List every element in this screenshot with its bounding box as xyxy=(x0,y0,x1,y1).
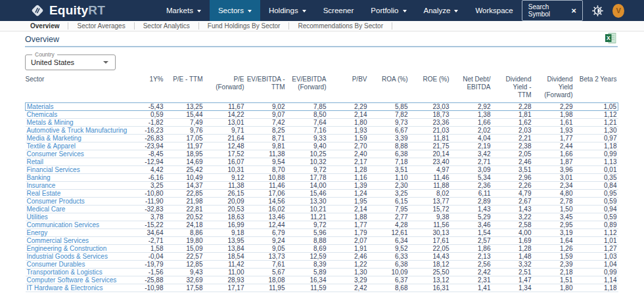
sector-link[interactable]: Engineering & Construction xyxy=(27,245,107,252)
column-header-roe[interactable]: ROE (%) xyxy=(409,76,451,103)
table-row[interactable]: Chemicals0,5915,4414,229,078,502,147,821… xyxy=(26,111,618,119)
table-row[interactable]: Commercial Services-2,7119,8013,959,248,… xyxy=(26,237,618,245)
value-cell: 2,26 xyxy=(492,182,533,190)
table-row[interactable]: Medical Care-32,8322,8120,5316,0210,212,… xyxy=(26,206,618,213)
table-row[interactable]: Banking-6,1610,499,1210,8817,781,161,101… xyxy=(26,174,618,182)
sector-cell: Textile & Apparel xyxy=(26,142,137,150)
table-row[interactable]: Engineering & Construction1,5815,0913,84… xyxy=(26,245,618,253)
value-cell: 3,51 xyxy=(369,166,409,174)
country-select[interactable]: Country United States xyxy=(25,51,116,70)
table-row[interactable]: Retail-12,9414,6916,079,5410,322,177,182… xyxy=(26,158,618,166)
sector-overview-table: Sector1Y%P/E - TTMP/E (Forward)EV/EBITDA… xyxy=(25,76,618,292)
sector-link[interactable]: Textile & Apparel xyxy=(27,142,76,150)
table-row[interactable]: Textile & Apparel-23,9411,9712,489,819,4… xyxy=(26,142,618,150)
column-header-dividend-yield-ttm[interactable]: Dividend Yield - TTM xyxy=(492,76,533,103)
sector-link[interactable]: IT Hardware & Electronics xyxy=(27,284,103,292)
sector-link[interactable]: Media & Marketing xyxy=(27,135,81,142)
tab-sector-averages[interactable]: Sector Averages xyxy=(68,22,134,30)
tab-overview[interactable]: Overview xyxy=(30,22,68,30)
column-header-p-e-forward[interactable]: P/E (Forward) xyxy=(204,76,246,103)
table-row[interactable]: Financial Services4,4225,4210,318,709,72… xyxy=(26,166,618,174)
settings-button[interactable] xyxy=(591,5,604,17)
table-row[interactable]: Consumer Products-11,9021,9820,0914,5613… xyxy=(26,198,618,206)
value-cell: 25,50 xyxy=(409,269,451,276)
table-row[interactable]: Materials-5,4313,2511,679,027,852,295,85… xyxy=(26,103,618,111)
sector-link[interactable]: Computer Software & Services xyxy=(27,276,117,284)
sector-link[interactable]: Utilities xyxy=(27,213,48,221)
sector-link[interactable]: Communication Services xyxy=(27,221,100,228)
nav-item-markets[interactable]: Markets xyxy=(158,0,210,21)
column-header-p-e-ttm[interactable]: P/E - TTM xyxy=(165,76,204,103)
table-row[interactable]: Automotive & Truck Manufacturing-16,239,… xyxy=(26,127,618,135)
value-cell: 1,34 xyxy=(492,284,533,292)
export-excel-button[interactable]: X xyxy=(605,33,616,46)
value-cell: 1,64 xyxy=(533,237,574,245)
table-row[interactable]: Consumer Services-8,4518,9517,5211,3810,… xyxy=(26,150,618,158)
value-cell: 1,48 xyxy=(492,253,533,261)
sector-link[interactable]: Energy xyxy=(27,229,48,236)
clear-search-icon[interactable]: ✕ xyxy=(571,7,576,14)
value-cell: 2,67 xyxy=(492,198,533,206)
value-cell: 8,50 xyxy=(287,111,328,119)
search-symbol-input[interactable]: Search Symbol ✕ xyxy=(522,0,584,21)
column-header-p-bv[interactable]: P/BV xyxy=(328,76,369,103)
nav-item-sectors[interactable]: Sectors xyxy=(210,0,260,21)
tab-fund-holdings-by-sector[interactable]: Fund Holdings By Sector xyxy=(199,22,290,30)
sector-link[interactable]: Retail xyxy=(27,158,44,165)
column-header-dividend-yield-forward[interactable]: Dividend Yield (Forward) xyxy=(533,76,574,103)
sector-link[interactable]: Insurance xyxy=(27,182,56,189)
value-cell: 24,18 xyxy=(165,221,204,229)
table-row[interactable]: Real Estate-10,8022,8526,1517,0615,461,2… xyxy=(26,190,618,198)
sector-link[interactable]: Metals & Mining xyxy=(27,119,74,126)
sector-link[interactable]: Medical Care xyxy=(27,206,66,213)
tab-recommendations-by-sector[interactable]: Recommendations By Sector xyxy=(289,22,392,30)
country-select-value: United States xyxy=(31,58,74,66)
nav-item-portfolio[interactable]: Portfolio xyxy=(362,0,415,21)
sector-link[interactable]: Consumer Services xyxy=(27,150,84,158)
sector-link[interactable]: Banking xyxy=(27,174,51,181)
equityrt-logo[interactable]: EquityRT xyxy=(30,0,105,21)
column-header-ev-ebitda-forward[interactable]: EV/EBITDA (Forward) xyxy=(287,76,328,103)
table-row[interactable]: Computer Software & Services-25,8832,692… xyxy=(26,276,618,284)
sector-link[interactable]: Industrial Goods & Services xyxy=(27,253,108,260)
nav-item-screener[interactable]: Screener xyxy=(315,0,363,21)
table-row[interactable]: Insurance3,2514,3711,3811,4614,001,392,3… xyxy=(26,182,618,190)
column-header-net-debt-ebitda[interactable]: Net Debt/ EBITDA xyxy=(451,76,492,103)
table-row[interactable]: Media & Marketing-26,8317,0521,648,719,3… xyxy=(26,135,618,142)
value-cell: 13,30 xyxy=(287,198,328,206)
table-row[interactable]: Energy34,648,869,186,795,961,7912,6130,1… xyxy=(26,229,618,237)
value-cell: 13,46 xyxy=(246,213,287,221)
table-row[interactable]: Communication Services-15,2224,1816,9912… xyxy=(26,221,618,229)
sector-link[interactable]: Commercial Services xyxy=(27,237,89,244)
user-avatar[interactable]: V xyxy=(612,4,624,18)
value-cell: 18,54 xyxy=(204,253,246,261)
value-cell: 6,34 xyxy=(369,237,409,245)
sector-link[interactable]: Consumer Products xyxy=(27,198,85,205)
column-header-ev-ebitda-ttm[interactable]: EV/EBITDA - TTM xyxy=(246,76,287,103)
sector-link[interactable]: Chemicals xyxy=(27,111,58,118)
column-header-roa[interactable]: ROA (%) xyxy=(369,76,409,103)
value-cell: -8,45 xyxy=(137,150,165,158)
sector-link[interactable]: Materials xyxy=(27,103,54,110)
tab-sector-analytics[interactable]: Sector Analytics xyxy=(135,22,199,30)
column-header-sector[interactable]: Sector xyxy=(26,76,137,103)
nav-item-analyze[interactable]: Analyze xyxy=(415,0,467,21)
table-row[interactable]: Transportation & Logistics-1,569,4311,00… xyxy=(26,269,618,276)
column-header-beta-2-years[interactable]: Beta 2 Years xyxy=(574,76,618,103)
value-cell: -15,22 xyxy=(137,221,165,229)
sector-link[interactable]: Transportation & Logistics xyxy=(27,269,103,276)
value-cell: 2,51 xyxy=(492,269,533,276)
value-cell: 2,70 xyxy=(328,142,369,150)
column-header-1y[interactable]: 1Y% xyxy=(137,76,165,103)
nav-item-holdings[interactable]: Holdings xyxy=(260,0,315,21)
table-row[interactable]: Metals & Mining-1,827,4913,017,427,641,8… xyxy=(26,119,618,127)
table-row[interactable]: Industrial Goods & Services-0,0422,5718,… xyxy=(26,253,618,261)
nav-item-workspace[interactable]: Workspace xyxy=(467,0,521,21)
sector-link[interactable]: Financial Services xyxy=(27,166,80,173)
sector-link[interactable]: Consumer Durables xyxy=(27,261,85,268)
table-row[interactable]: Consumer Durables-19,7912,8511,427,618,3… xyxy=(26,261,618,269)
sector-link[interactable]: Real Estate xyxy=(27,190,61,197)
sector-link[interactable]: Automotive & Truck Manufacturing xyxy=(27,127,127,134)
table-row[interactable]: Utilities3,7820,5218,6313,4611,211,882,7… xyxy=(26,213,618,221)
table-row[interactable]: IT Hardware & Electronics-10,9817,5817,1… xyxy=(26,284,618,292)
